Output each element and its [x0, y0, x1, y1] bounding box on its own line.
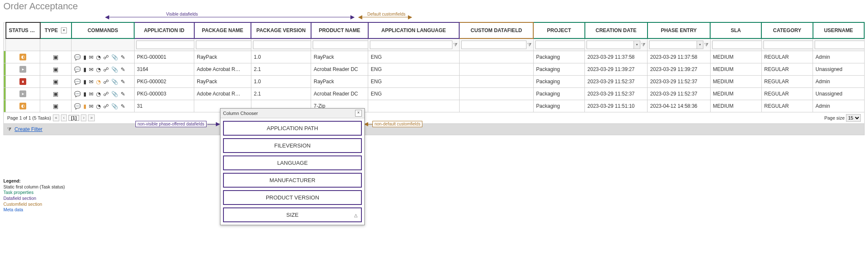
attach-icon[interactable]: 📎 — [111, 104, 118, 109]
attach-icon[interactable]: 📎 — [111, 67, 118, 72]
mail-icon[interactable]: ✉ — [89, 55, 94, 60]
col-label: STATUS — [9, 27, 28, 33]
mail-icon[interactable]: ✉ — [89, 104, 94, 109]
col-header-type[interactable]: TYPE ▾ — [40, 22, 72, 38]
flag-icon[interactable]: ▮ — [83, 91, 86, 97]
pager-last-button[interactable]: » — [88, 115, 95, 121]
clock-icon[interactable]: ◔ — [96, 67, 101, 72]
chevron-down-icon[interactable]: ▾ — [697, 41, 703, 49]
funnel-icon[interactable]: ⧩ — [453, 42, 457, 48]
filter-cell-package-version: ⧩ — [251, 38, 311, 51]
filter-date-combo[interactable]: ▾ — [587, 41, 640, 49]
cell-commands: 💬 ▮ ✉ ◔ ☍ 📎 ✎ — [72, 88, 134, 100]
funnel-icon[interactable]: ⧩ — [527, 42, 532, 48]
clock-icon[interactable]: ◔ — [96, 55, 101, 60]
edit-icon[interactable]: ✎ — [121, 104, 125, 109]
comment-icon[interactable]: 💬 — [74, 79, 81, 85]
cell-product-name: RayPack — [311, 51, 368, 63]
clock-icon[interactable]: ◔ — [96, 104, 101, 109]
table-row[interactable]: ◐ ▣ 💬 ▮ ✉ ◔ ☍ 📎 ✎ 31 7-Zip Packaging 202… — [4, 100, 865, 112]
cell-commands: 💬 ▮ ✉ ◔ ☍ 📎 ✎ — [72, 76, 134, 88]
col-header-application-id[interactable]: APPLICATION ID — [134, 22, 194, 38]
dropdown-icon[interactable]: ▾ — [61, 27, 67, 33]
annotation-default-customfields: Default customfields — [363, 12, 410, 16]
col-header-custom-datafield[interactable]: CUSTOM DATAFIELD — [459, 22, 533, 38]
comment-icon[interactable]: 💬 — [74, 55, 81, 60]
col-label: PACKAGE NAME — [202, 27, 243, 33]
col-header-package-version[interactable]: PACKAGE VERSION — [251, 22, 311, 38]
clock-icon[interactable]: ◔ — [96, 91, 101, 97]
flag-icon[interactable]: ▮ — [83, 104, 86, 109]
col-header-project[interactable]: PROJECT — [533, 22, 584, 38]
col-header-status[interactable]: STATUS ▾ — [6, 22, 40, 38]
filter-cell-type — [40, 38, 72, 51]
flag-icon[interactable]: ▮ — [83, 67, 86, 72]
close-icon[interactable]: × — [355, 110, 362, 117]
flag-icon[interactable]: ▮ — [83, 79, 86, 85]
pager-first-button[interactable]: « — [53, 115, 60, 121]
cell-status: ▸ — [6, 63, 40, 76]
edit-icon[interactable]: ✎ — [121, 55, 125, 60]
cell-phase-entry: 2023-03-29 11:52:37 — [648, 88, 710, 100]
attach-icon[interactable]: 📎 — [111, 55, 118, 60]
attach-icon[interactable]: 📎 — [111, 79, 118, 85]
column-chooser-item[interactable]: APPLICATION PATH — [223, 121, 362, 135]
col-header-commands[interactable]: COMMANDS — [72, 22, 134, 38]
filter-input[interactable] — [196, 41, 251, 49]
link-icon[interactable]: ☍ — [103, 91, 109, 97]
create-filter-link[interactable]: Create Filter — [14, 126, 42, 132]
link-icon[interactable]: ☍ — [103, 79, 109, 85]
column-chooser-titlebar[interactable]: Column Chooser × — [220, 109, 364, 118]
edit-icon[interactable]: ✎ — [121, 91, 125, 97]
cell-application-id: PKG-000002 — [134, 76, 194, 88]
filter-input[interactable] — [313, 41, 368, 49]
funnel-icon[interactable]: ⧩ — [704, 42, 708, 48]
attach-icon[interactable]: 📎 — [111, 91, 118, 97]
chevron-down-icon[interactable]: ▾ — [634, 41, 640, 49]
table-row[interactable]: ▸ ▣ 💬 ▮ ✉ ◔ ☍ 📎 ✎ PKG-000003 Adobe Acrob… — [4, 88, 865, 100]
mail-icon[interactable]: ✉ — [89, 91, 94, 97]
filter-input[interactable] — [712, 41, 762, 49]
clock-icon[interactable]: ◔ — [96, 79, 101, 85]
column-chooser-window[interactable]: Column Chooser × APPLICATION PATHFILEVER… — [220, 108, 365, 135]
filter-input[interactable] — [253, 41, 311, 49]
mail-icon[interactable]: ✉ — [89, 79, 94, 85]
filter-input[interactable] — [535, 41, 585, 49]
col-header-creation-date[interactable]: CREATION DATE — [585, 22, 648, 38]
cell-creation-date: 2023-03-29 11:52:37 — [585, 76, 648, 88]
filter-date-combo[interactable]: ▾ — [649, 41, 703, 49]
edit-icon[interactable]: ✎ — [121, 67, 125, 72]
pager-prev-button[interactable]: ‹ — [61, 115, 66, 121]
flag-icon[interactable]: ▮ — [83, 55, 86, 60]
filter-input[interactable] — [815, 41, 864, 49]
col-header-package-name[interactable]: PACKAGE NAME — [194, 22, 251, 38]
col-header-sla[interactable]: SLA — [710, 22, 761, 38]
col-header-category[interactable]: CATEGORY — [761, 22, 813, 38]
link-icon[interactable]: ☍ — [103, 67, 109, 72]
dropdown-icon[interactable]: ▾ — [31, 27, 37, 33]
col-header-application-language[interactable]: APPLICATION LANGUAGE — [368, 22, 460, 38]
cell-phase-entry: 2023-04-12 14:58:36 — [648, 100, 710, 112]
filter-input[interactable] — [136, 41, 194, 49]
table-row[interactable]: ◐ ▣ 💬 ▮ ✉ ◔ ☍ 📎 ✎ PKG-000001 RayPack 1.0… — [4, 51, 865, 63]
page-size-select[interactable]: 15 — [846, 114, 861, 122]
col-header-phase-entry[interactable]: PHASE ENTRY — [648, 22, 710, 38]
table-row[interactable]: ▸ ▣ 💬 ▮ ✉ ◔ ☍ 📎 ✎ 3164 Adobe Acrobat R… … — [4, 63, 865, 76]
table-row[interactable]: ∎ ▣ 💬 ▮ ✉ ◔ ☍ 📎 ✎ PKG-000002 RayPack 1.0… — [4, 76, 865, 88]
comment-icon[interactable]: 💬 — [74, 67, 81, 72]
link-icon[interactable]: ☍ — [103, 104, 109, 109]
filter-input[interactable] — [763, 41, 813, 49]
col-header-product-name[interactable]: PRODUCT NAME — [311, 22, 368, 38]
cell-type: ▣ — [40, 51, 72, 63]
annotation-row: Visible datafields Default customfields — [0, 12, 868, 21]
link-icon[interactable]: ☍ — [103, 55, 109, 60]
comment-icon[interactable]: 💬 — [74, 104, 81, 109]
mail-icon[interactable]: ✉ — [89, 67, 94, 72]
funnel-icon[interactable]: ⧩ — [641, 42, 645, 48]
filter-input[interactable] — [461, 41, 526, 49]
filter-input[interactable] — [370, 41, 452, 49]
pager-next-button[interactable]: › — [81, 115, 86, 121]
comment-icon[interactable]: 💬 — [74, 91, 81, 97]
edit-icon[interactable]: ✎ — [121, 79, 125, 85]
col-header-username[interactable]: USERNAME — [813, 22, 864, 38]
